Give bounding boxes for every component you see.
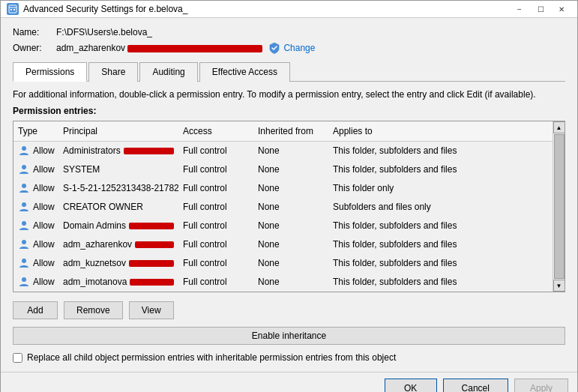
shield-icon — [268, 42, 280, 54]
type-value: Allow — [33, 183, 55, 193]
cell-inherited: None — [253, 199, 328, 214]
cell-applies: Subfolders and files only — [328, 199, 478, 214]
col-inherited[interactable]: Inherited from — [253, 124, 328, 138]
cell-access: Full control — [178, 143, 253, 158]
redacted-bar — [130, 279, 174, 286]
add-button[interactable]: Add — [13, 301, 58, 319]
table-row[interactable]: Allowadm_azharenkov Full controlNoneThis… — [13, 235, 553, 254]
cell-principal: adm_imotanova — [58, 274, 178, 289]
apply-button[interactable]: Apply — [514, 379, 568, 392]
name-value: F:\DFS\Users\e.belova_ — [56, 27, 152, 37]
svg-point-10 — [22, 259, 26, 263]
cell-type: Allow — [13, 218, 58, 233]
svg-point-8 — [22, 221, 26, 226]
cell-inherited: None — [253, 237, 328, 252]
col-access[interactable]: Access — [178, 124, 253, 138]
change-button[interactable]: Change — [268, 42, 315, 54]
svg-point-4 — [22, 146, 26, 151]
cell-type: Allow — [13, 274, 58, 289]
redacted-bar — [129, 260, 174, 267]
col-principal[interactable]: Principal — [58, 124, 178, 138]
owner-value: adm_azharenkov — [56, 43, 262, 53]
svg-rect-3 — [13, 9, 15, 10]
cell-inherited: None — [253, 218, 328, 233]
scroll-down-button[interactable]: ▼ — [553, 280, 565, 292]
cell-type: Allow — [13, 181, 58, 196]
cell-access: Full control — [178, 274, 253, 289]
cell-inherited: None — [253, 274, 328, 289]
table-header: Type Principal Access Inherited from App… — [13, 121, 553, 142]
tab-permissions[interactable]: Permissions — [13, 62, 87, 82]
table-row[interactable]: AllowSYSTEMFull controlNoneThis folder, … — [13, 160, 553, 179]
redacted-owner — [127, 45, 262, 52]
cell-applies: This folder, subfolders and files — [328, 256, 478, 271]
cell-access: Full control — [178, 162, 253, 177]
maximize-button[interactable]: ☐ — [531, 1, 550, 17]
view-button[interactable]: View — [129, 301, 174, 319]
cell-applies: This folder, subfolders and files — [328, 274, 478, 289]
table-row[interactable]: AllowDomain Admins Full controlNoneThis … — [13, 217, 553, 235]
cell-applies: This folder, subfolders and files — [328, 143, 478, 158]
svg-point-9 — [22, 240, 26, 244]
cell-applies: This folder, subfolders and files — [328, 237, 478, 252]
cell-access: Full control — [178, 218, 253, 233]
content-area: Name: F:\DFS\Users\e.belova_ Owner: adm_… — [1, 18, 577, 372]
type-value: Allow — [33, 164, 55, 175]
name-label: Name: — [13, 27, 50, 37]
ok-button[interactable]: OK — [385, 379, 437, 392]
cell-principal: CREATOR OWNER — [58, 199, 178, 214]
table-row[interactable]: Allowadm_imotanova Full controlNoneThis … — [13, 273, 553, 292]
dialog-buttons: OK Cancel Apply — [1, 372, 577, 392]
replace-permissions-label: Replace all child object permission entr… — [27, 352, 396, 363]
cell-access: Full control — [178, 237, 253, 252]
window-controls: − ☐ ✕ — [510, 1, 571, 17]
replace-permissions-checkbox[interactable] — [13, 353, 22, 363]
cell-type: Allow — [13, 162, 58, 177]
table-row[interactable]: AllowAdministrators Full controlNoneThis… — [13, 142, 553, 160]
tab-share[interactable]: Share — [88, 62, 138, 82]
owner-label: Owner: — [13, 43, 50, 53]
cell-principal: adm_kuznetsov — [58, 256, 178, 271]
cell-inherited: None — [253, 256, 328, 271]
cancel-button[interactable]: Cancel — [443, 379, 508, 392]
cell-principal: Administrators — [58, 143, 178, 158]
table-row[interactable]: AllowCREATOR OWNERFull controlNoneSubfol… — [13, 198, 553, 217]
svg-rect-2 — [10, 9, 12, 10]
svg-point-6 — [22, 184, 26, 188]
type-value: Allow — [33, 220, 55, 231]
cell-principal: S-1-5-21-1252313438-21782... — [58, 181, 178, 196]
scroll-up-button[interactable]: ▲ — [553, 121, 565, 133]
tab-effective-access[interactable]: Effective Access — [199, 62, 290, 82]
name-row: Name: F:\DFS\Users\e.belova_ — [13, 27, 565, 37]
cell-applies: This folder, subfolders and files — [328, 218, 478, 233]
svg-point-5 — [22, 165, 26, 169]
user-icon — [18, 145, 30, 157]
cell-inherited: None — [253, 181, 328, 196]
table-row[interactable]: Allowadm_kuznetsov Full controlNoneThis … — [13, 254, 553, 273]
owner-row: Owner: adm_azharenkov Change — [13, 42, 565, 54]
type-value: Allow — [33, 145, 55, 156]
scroll-thumb[interactable] — [554, 134, 565, 279]
table-row[interactable]: AllowS-1-5-21-1252313438-21782...Full co… — [13, 179, 553, 198]
replace-checkbox-row: Replace all child object permission entr… — [13, 352, 565, 363]
redacted-bar — [124, 148, 174, 154]
col-type[interactable]: Type — [13, 124, 58, 138]
permission-entries-label: Permission entries: — [13, 106, 565, 116]
cell-principal: Domain Admins — [58, 218, 178, 233]
minimize-button[interactable]: − — [510, 1, 529, 17]
type-value: Allow — [33, 277, 55, 287]
svg-rect-0 — [9, 5, 16, 13]
cell-access: Full control — [178, 199, 253, 214]
tab-auditing[interactable]: Auditing — [139, 62, 197, 82]
cell-applies: This folder, subfolders and files — [328, 162, 478, 177]
close-button[interactable]: ✕ — [552, 1, 571, 17]
type-value: Allow — [33, 202, 55, 212]
table-body: AllowAdministrators Full controlNoneThis… — [13, 142, 553, 292]
title-bar: Advanced Security Settings for e.belova_… — [1, 1, 577, 18]
col-applies[interactable]: Applies to — [328, 124, 478, 138]
enable-inheritance-button[interactable]: Enable inheritance — [13, 327, 565, 345]
remove-button[interactable]: Remove — [64, 301, 123, 319]
cell-inherited: None — [253, 162, 328, 177]
scrollbar[interactable]: ▲ ▼ — [553, 121, 565, 292]
cell-type: Allow — [13, 237, 58, 252]
